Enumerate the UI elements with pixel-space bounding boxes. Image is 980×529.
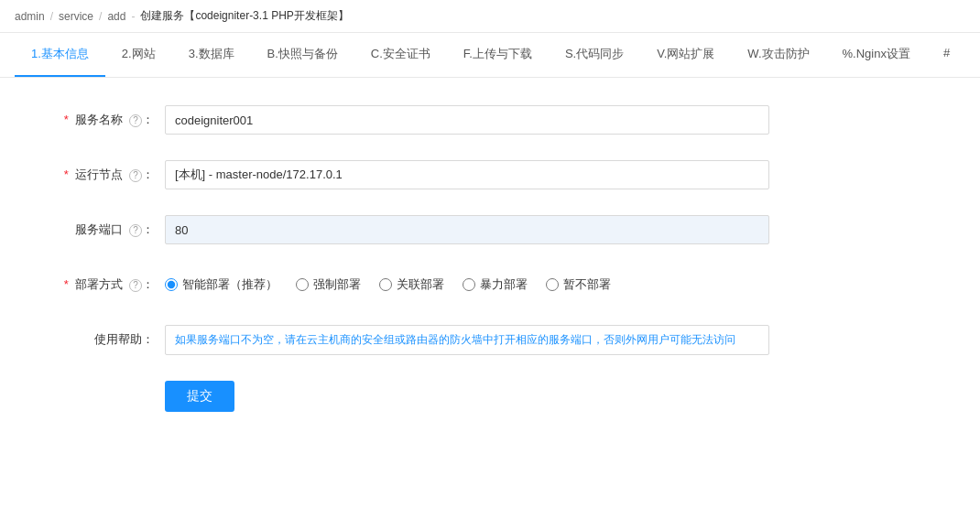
tab-extend[interactable]: V.网站扩展 [640,33,731,77]
breadcrumb-admin[interactable]: admin [15,10,45,23]
deploy-method-hint-icon[interactable]: ? [129,279,142,292]
service-port-input[interactable] [165,215,769,244]
breadcrumb: admin / service / add - 创建服务【codeigniter… [0,0,980,33]
help-text: 如果服务端口不为空，请在云主机商的安全组或路由器的防火墙中打开相应的服务端口，否… [165,325,769,355]
breadcrumb-current: 创建服务【codeigniter-3.1 PHP开发框架】 [140,8,348,24]
service-name-row: * 服务名称 ?： [37,105,943,135]
breadcrumb-sep-2: / [99,10,102,23]
form-area: * 服务名称 ?： * 运行节点 ?： 服务端口 ?： [0,78,980,465]
run-node-hint-icon[interactable]: ? [129,169,142,182]
submit-row: 提交 [37,381,943,412]
tab-attack[interactable]: W.攻击防护 [731,33,825,77]
tab-website[interactable]: 2.网站 [105,33,172,77]
deploy-method-row: * 部署方式 ?： 智能部署（推荐） 强制部署 关联部署 [37,270,943,299]
radio-related-label: 关联部署 [397,276,444,293]
radio-none[interactable]: 暂不部署 [546,276,611,293]
breadcrumb-sep-3: - [131,10,135,23]
service-name-label: * 服务名称 ?： [37,105,165,135]
tab-more[interactable]: # [927,33,966,77]
service-port-control [165,215,769,244]
tab-ssl[interactable]: C.安全证书 [354,33,447,77]
main-container: 1.基本信息 2.网站 3.数据库 B.快照与备份 C.安全证书 F.上传与下载… [0,33,980,529]
service-name-hint-icon[interactable]: ? [129,114,142,127]
service-name-control [165,105,769,135]
radio-none-label: 暂不部署 [563,276,611,293]
help-row: 使用帮助： 如果服务端口不为空，请在云主机商的安全组或路由器的防火墙中打开相应的… [37,325,943,355]
tab-upload[interactable]: F.上传与下载 [447,33,549,77]
required-star: * [64,113,69,126]
radio-force-label: 强制部署 [313,276,361,293]
run-node-input[interactable] [165,160,769,189]
service-port-hint-icon[interactable]: ? [129,224,142,237]
breadcrumb-service[interactable]: service [59,10,93,23]
tab-nginx[interactable]: %.Nginx设置 [826,33,927,77]
service-port-label: 服务端口 ?： [37,215,165,244]
run-node-control [165,160,769,189]
tab-code[interactable]: S.代码同步 [549,33,640,77]
radio-brutal-input[interactable] [463,278,475,291]
tab-bar: 1.基本信息 2.网站 3.数据库 B.快照与备份 C.安全证书 F.上传与下载… [0,33,980,78]
service-port-row: 服务端口 ?： [37,215,943,244]
radio-smart-label: 智能部署（推荐） [182,276,278,293]
required-star-3: * [64,277,69,291]
radio-none-input[interactable] [546,278,559,291]
radio-brutal-label: 暴力部署 [480,276,528,293]
breadcrumb-sep-1: / [50,10,53,23]
run-node-row: * 运行节点 ?： [37,160,943,189]
radio-brutal[interactable]: 暴力部署 [463,276,528,293]
deploy-radio-group: 智能部署（推荐） 强制部署 关联部署 暴力部署 [165,270,769,299]
radio-related[interactable]: 关联部署 [379,276,444,293]
radio-smart[interactable]: 智能部署（推荐） [165,276,278,293]
deploy-method-control: 智能部署（推荐） 强制部署 关联部署 暴力部署 [165,270,769,299]
help-control: 如果服务端口不为空，请在云主机商的安全组或路由器的防火墙中打开相应的服务端口，否… [165,325,769,355]
deploy-method-label: * 部署方式 ?： [37,270,165,299]
help-label: 使用帮助： [37,325,165,354]
radio-force[interactable]: 强制部署 [296,276,361,293]
tab-basic[interactable]: 1.基本信息 [15,33,105,77]
tab-backup[interactable]: B.快照与备份 [251,33,354,77]
service-name-input[interactable] [165,105,769,135]
radio-force-input[interactable] [296,278,309,291]
tab-database[interactable]: 3.数据库 [172,33,251,77]
run-node-label: * 运行节点 ?： [37,160,165,189]
breadcrumb-add[interactable]: add [107,10,125,23]
submit-button[interactable]: 提交 [165,381,234,412]
radio-related-input[interactable] [379,278,392,291]
radio-smart-input[interactable] [165,278,178,291]
required-star-2: * [64,167,69,181]
